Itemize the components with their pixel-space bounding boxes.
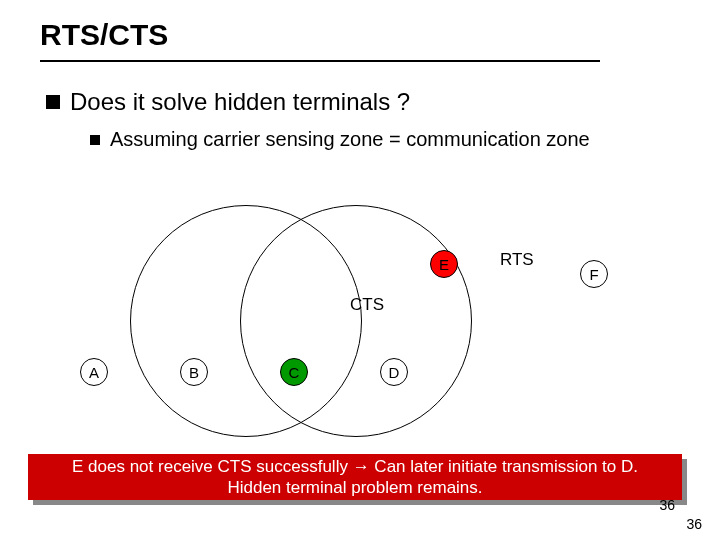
node-e-label: E	[439, 256, 449, 273]
page-number-dup: 36	[686, 516, 702, 532]
label-cts: CTS	[350, 295, 384, 315]
page-number: 36	[659, 497, 675, 513]
node-a-label: A	[89, 364, 99, 381]
bullet-sub-text: Assuming carrier sensing zone = communic…	[110, 128, 590, 151]
range-circle-right	[240, 205, 472, 437]
square-bullet-icon	[46, 95, 60, 109]
node-a: A	[80, 358, 108, 386]
node-b: B	[180, 358, 208, 386]
node-c-label: C	[289, 364, 300, 381]
node-d-label: D	[389, 364, 400, 381]
bullet-main-text: Does it solve hidden terminals ?	[70, 88, 410, 116]
node-f-label: F	[589, 266, 598, 283]
bullet-sub: Assuming carrier sensing zone = communic…	[90, 128, 590, 151]
label-rts: RTS	[500, 250, 534, 270]
footer-line1: E does not receive CTS successfully → Ca…	[72, 456, 638, 477]
diagram: A B C D E F RTS CTS	[60, 195, 660, 445]
node-d: D	[380, 358, 408, 386]
slide: RTS/CTS Does it solve hidden terminals ?…	[0, 0, 720, 540]
node-f: F	[580, 260, 608, 288]
title-rule	[40, 60, 600, 62]
node-e: E	[430, 250, 458, 278]
square-bullet-icon	[90, 135, 100, 145]
footer-line2: Hidden terminal problem remains.	[227, 477, 482, 498]
node-b-label: B	[189, 364, 199, 381]
footer-callout: E does not receive CTS successfully → Ca…	[28, 454, 682, 500]
slide-title: RTS/CTS	[40, 18, 168, 52]
node-c: C	[280, 358, 308, 386]
bullet-main: Does it solve hidden terminals ?	[46, 88, 410, 116]
